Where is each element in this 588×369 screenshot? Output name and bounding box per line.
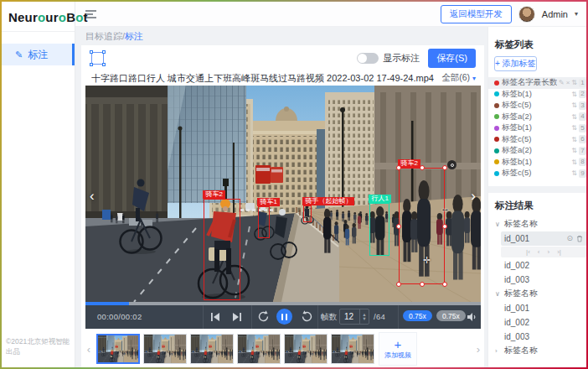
plus-icon: + (395, 339, 402, 351)
edit-icon[interactable]: ✎ (559, 79, 565, 86)
top-bar: 返回模型开发 Admin ▾ (75, 2, 586, 27)
move-cursor-icon: ✛ (423, 255, 431, 266)
section-divider (488, 186, 588, 193)
label-order-badge: 6 (579, 135, 586, 143)
strip-left-arrow[interactable]: ‹ (85, 343, 93, 356)
resize-handle[interactable] (396, 224, 401, 229)
last-page-icon: ›| (557, 248, 561, 256)
sort-icon[interactable]: ⇅ (571, 136, 577, 143)
annotation-label: 骑车2 (398, 159, 420, 168)
result-item[interactable]: id_003 (488, 330, 588, 344)
label-order-badge: 1 (579, 79, 586, 87)
skip-end-icon[interactable] (232, 313, 241, 321)
result-pagination[interactable]: |‹ ‹ › ›| (501, 247, 586, 257)
next-frame-arrow[interactable]: › (471, 188, 476, 205)
sort-icon[interactable]: ⇅ (571, 124, 577, 132)
sidebar: NeurouroBot ✎ 标注 ©2021北京矩视智能出品 (2, 2, 75, 367)
video-thumbnail-selected[interactable] (96, 334, 140, 364)
sort-icon[interactable]: ⇅ (571, 169, 577, 177)
breadcrumb-parent[interactable]: 目标追踪 (85, 30, 122, 43)
username[interactable]: Admin (542, 9, 568, 19)
resize-handle[interactable] (396, 282, 401, 287)
video-thumbnail[interactable] (284, 334, 328, 364)
app-window: NeurouroBot ✎ 标注 ©2021北京矩视智能出品 返回模型开发 Ad… (0, 0, 588, 369)
skip-start-icon[interactable] (211, 313, 220, 321)
annotation-box-selected[interactable]: 骑车2 (399, 168, 445, 284)
label-row[interactable]: 标签b(1) ⇅ 5 (488, 122, 588, 134)
add-label-button[interactable]: + 添加标签 (494, 56, 537, 71)
show-annotation-toggle[interactable]: 显示标注 (357, 52, 420, 65)
speed-pill-inactive[interactable]: 0.75x (436, 310, 466, 321)
label-row[interactable]: 标签b(1) ⇅ 8 (488, 157, 588, 169)
resize-handle[interactable] (396, 165, 401, 170)
avatar[interactable] (518, 6, 535, 23)
add-video-button[interactable]: + 添加视频 (379, 332, 417, 366)
label-order-badge: 5 (579, 124, 586, 133)
delete-icon[interactable]: × (566, 79, 570, 86)
result-group-collapsed[interactable]: › 标签名称 (488, 344, 588, 358)
app-logo: NeurouroBot (2, 2, 75, 32)
prev-page-icon: ‹ (538, 248, 540, 256)
rewind-10-icon[interactable] (257, 310, 270, 323)
label-row[interactable]: 标签a(2) ⇅ 7 (488, 145, 588, 157)
resize-handle[interactable] (420, 282, 425, 287)
chevron-down-icon: ∨ (495, 221, 501, 228)
result-item[interactable]: id_003 (488, 273, 588, 287)
annotation-box-rider1[interactable]: 骑车1 (258, 206, 270, 238)
pause-button[interactable] (276, 309, 292, 325)
annotation-box-rider-start[interactable]: 骑手（起始帧） (303, 205, 312, 222)
label-color-dot (494, 126, 499, 131)
resize-handle[interactable] (442, 224, 447, 229)
sort-icon[interactable]: ⇅ (571, 147, 577, 154)
chevron-down-icon[interactable]: ▾ (575, 10, 578, 18)
first-page-icon: |‹ (526, 248, 530, 256)
result-item[interactable]: id_001 (488, 301, 588, 315)
sort-icon[interactable]: ⇅ (571, 79, 577, 86)
label-color-dot (494, 159, 499, 164)
back-to-model-dev-button[interactable]: 返回模型开发 (441, 5, 512, 23)
sort-icon[interactable]: ⇅ (571, 101, 577, 109)
video-thumbnail[interactable] (237, 334, 281, 364)
volume-icon[interactable] (467, 312, 477, 322)
video-thumbnail[interactable] (190, 334, 234, 364)
result-item[interactable]: id_002 (488, 315, 588, 330)
sort-icon[interactable]: ⇅ (571, 91, 577, 98)
label-color-dot (494, 91, 499, 96)
resize-handle[interactable] (442, 282, 447, 287)
sidebar-item-annotate[interactable]: ✎ 标注 (2, 44, 75, 65)
label-order-badge: 7 (579, 147, 586, 155)
locate-icon[interactable]: ⊙ (566, 234, 573, 242)
result-group[interactable]: ∨ 标签名称 (488, 217, 588, 231)
result-group[interactable]: ∨ 标签名称 (488, 287, 588, 301)
resize-handle[interactable] (420, 165, 425, 170)
trash-icon[interactable] (576, 235, 583, 242)
sort-icon[interactable]: ⇅ (571, 159, 577, 166)
result-item-selected[interactable]: id_001 ⊙ (501, 231, 588, 246)
annotation-box-rider2[interactable]: 骑车2 (204, 199, 240, 300)
box-anchor-button[interactable] (447, 160, 456, 169)
label-color-dot (494, 171, 499, 176)
label-color-dot (494, 103, 499, 108)
video-thumbnail[interactable] (331, 334, 374, 364)
save-button[interactable]: 保存(S) (428, 49, 476, 68)
result-item[interactable]: id_002 (488, 258, 588, 273)
sort-icon[interactable]: ⇅ (571, 113, 577, 121)
rect-select-tool-icon[interactable] (91, 52, 104, 65)
label-row[interactable]: 标签c(5) ⇅ 6 (488, 134, 588, 146)
video-thumbnail[interactable] (143, 334, 187, 364)
annotation-box-pedestrian1[interactable]: 行人1 (369, 203, 389, 256)
label-row[interactable]: 标签c(5) ⇅ 3 (488, 100, 588, 112)
resize-handle[interactable] (442, 165, 447, 170)
speed-pill-active[interactable]: 0.75x (403, 310, 432, 321)
label-row[interactable]: 标签b(1) ⇅ 2 (488, 89, 588, 101)
label-row[interactable]: 标签a(2) ⇅ 4 (488, 112, 588, 123)
label-row[interactable]: 标签c(5) ⇅ 9 (488, 168, 588, 179)
filter-dropdown[interactable]: 全部(6) ▾ (441, 72, 476, 84)
forward-10-icon[interactable] (301, 310, 313, 323)
toggle-switch[interactable] (357, 53, 379, 64)
frame-stepper[interactable]: ▲▼ (359, 309, 369, 325)
main-content: 目标追踪 / 标注 显示标注 保存(S) 十字路口路口行人 城市交通上下班高峰斑… (75, 27, 487, 367)
prev-frame-arrow[interactable]: ‹ (90, 188, 95, 205)
label-row[interactable]: 标签名字最长数... ✎ × ⇅ 1 (488, 77, 588, 89)
strip-right-arrow[interactable]: › (474, 343, 482, 356)
